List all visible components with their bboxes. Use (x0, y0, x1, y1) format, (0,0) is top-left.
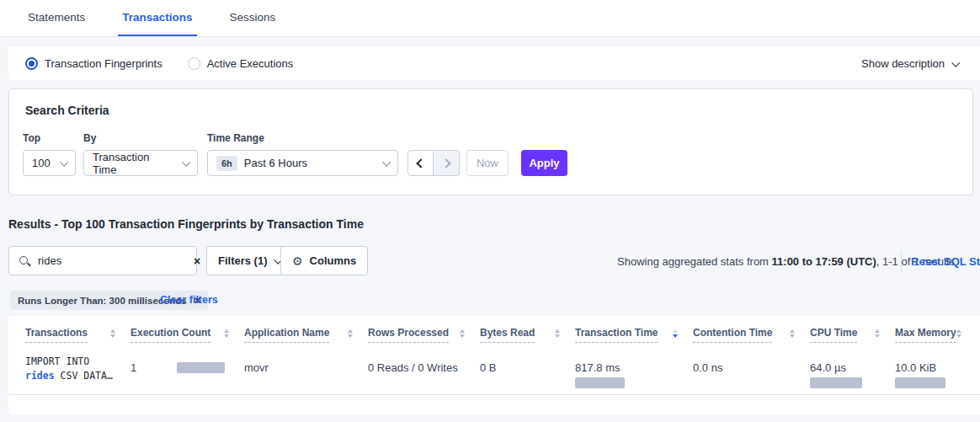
now-button[interactable]: Now (466, 150, 509, 176)
column-header-bytes-read[interactable]: Bytes Read (480, 327, 575, 343)
cell-contention-time: 0.0 ns (693, 345, 810, 394)
reset-sql-stats-link[interactable]: Reset SQL Stats (911, 255, 980, 268)
tab-sessions[interactable]: Sessions (226, 0, 280, 36)
column-header-rows-processed[interactable]: Rows Processed (368, 327, 480, 343)
chevron-down-icon (182, 158, 190, 167)
results-heading: Results - Top 100 Transaction Fingerprin… (8, 217, 364, 231)
by-label: By (83, 132, 198, 144)
query-line-1: IMPORT INTO (25, 355, 130, 369)
clear-filters-link[interactable]: Clear filters (160, 294, 218, 306)
chevron-left-icon (416, 158, 425, 168)
sort-icon[interactable] (460, 327, 465, 338)
aggregated-stats-text: Showing aggregated stats from 11:00 to 1… (617, 255, 892, 268)
query-rest: CSV DATA… (55, 370, 113, 382)
sort-icon[interactable] (348, 327, 353, 338)
by-select-value: Transaction Time (93, 151, 176, 176)
next-time-range-button[interactable] (434, 150, 460, 176)
table-header-row: Transactions Execution Count Application… (8, 316, 980, 343)
column-header-application-name[interactable]: Application Name (244, 327, 368, 343)
column-header-transaction-time[interactable]: Transaction Time (575, 327, 693, 343)
column-header-max-memory[interactable]: Max Memory (895, 327, 977, 343)
time-range-badge: 6h (216, 156, 237, 171)
radio-label: Active Executions (207, 57, 294, 70)
cpu-time-value: 64.0 µs (810, 361, 895, 374)
results-search-input[interactable] (38, 254, 186, 267)
transaction-time-bar (575, 377, 625, 388)
top-select[interactable]: 100 (23, 150, 76, 176)
filters-button[interactable]: Filters (1) (206, 246, 292, 275)
cell-execution-count: 1 (130, 345, 244, 394)
execution-count-bar (177, 362, 225, 373)
chevron-down-icon (60, 158, 68, 167)
cell-transaction-fingerprint: IMPORT INTO rides CSV DATA… (25, 345, 130, 394)
previous-time-range-button[interactable] (407, 150, 434, 176)
search-criteria-title: Search Criteria (25, 104, 109, 117)
page-tabs: Statements Transactions Sessions (0, 0, 980, 37)
stats-time-range: 11:00 to 17:59 (UTC) (772, 255, 876, 268)
chevron-down-icon (382, 158, 391, 167)
radio-label: Transaction Fingerprints (45, 57, 162, 70)
top-label: Top (23, 132, 76, 144)
top-select-value: 100 (32, 157, 51, 169)
transaction-time-value: 817.8 ms (575, 361, 693, 374)
time-range-pager (407, 150, 460, 176)
cpu-time-bar (810, 377, 862, 388)
sort-icon[interactable] (956, 327, 961, 338)
sort-icon-active-desc[interactable] (673, 327, 678, 338)
show-description-toggle[interactable]: Show description (861, 57, 958, 70)
sort-icon[interactable] (555, 327, 560, 338)
tab-transactions[interactable]: Transactions (118, 0, 196, 36)
cell-transaction-time: 817.8 ms (575, 345, 693, 394)
time-range-select[interactable]: 6h Past 6 Hours (207, 150, 398, 176)
top-field: Top 100 (23, 132, 76, 176)
chevron-right-icon (441, 158, 450, 168)
columns-button[interactable]: ⚙ Columns (280, 246, 368, 275)
columns-button-label: Columns (310, 254, 357, 267)
cell-max-memory: 10.0 KiB (895, 345, 972, 394)
stats-prefix: Showing aggregated stats from (617, 255, 772, 268)
execution-count-value: 1 (130, 361, 136, 374)
vertical-divider (901, 250, 902, 272)
transaction-fingerprint-link[interactable]: rides (25, 370, 55, 382)
column-header-transactions[interactable]: Transactions (25, 327, 130, 343)
sort-icon[interactable] (110, 327, 115, 338)
radio-transaction-fingerprints[interactable]: Transaction Fingerprints (25, 57, 162, 70)
time-range-field: Time Range 6h Past 6 Hours (207, 132, 398, 176)
cell-rows-processed: 0 Reads / 0 Writes (368, 345, 480, 394)
time-range-value: Past 6 Hours (244, 157, 307, 169)
table-row: IMPORT INTO rides CSV DATA… 1 movr 0 Rea… (8, 345, 980, 395)
sort-icon[interactable] (224, 327, 229, 338)
filters-button-label: Filters (1) (218, 254, 268, 267)
by-field: By Transaction Time (83, 132, 198, 176)
cell-bytes-read: 0 B (480, 345, 575, 394)
view-toggle-group: Transaction Fingerprints Active Executio… (25, 57, 293, 70)
radio-selected-icon (25, 57, 38, 70)
max-memory-value: 10.0 KiB (895, 361, 972, 374)
tab-statements[interactable]: Statements (24, 0, 89, 36)
apply-button[interactable]: Apply (521, 150, 567, 176)
search-icon (19, 255, 30, 267)
sort-icon[interactable] (875, 327, 880, 338)
show-description-label: Show description (861, 57, 945, 70)
results-search-box: × (8, 246, 197, 275)
radio-unselected-icon (188, 57, 200, 70)
max-memory-bar (895, 377, 945, 388)
column-header-contention-time[interactable]: Contention Time (693, 327, 810, 343)
column-header-execution-count[interactable]: Execution Count (130, 327, 244, 343)
cell-cpu-time: 64.0 µs (810, 345, 895, 394)
gear-icon: ⚙ (292, 255, 303, 267)
chevron-down-icon (951, 58, 960, 67)
query-line-2: rides CSV DATA… (25, 369, 130, 383)
time-range-label: Time Range (207, 132, 398, 144)
results-table: Transactions Execution Count Application… (8, 316, 980, 415)
search-criteria-panel: Search Criteria Top 100 By Transaction T… (8, 88, 973, 195)
column-header-cpu-time[interactable]: CPU Time (810, 327, 895, 343)
view-toggle-bar: Transaction Fingerprints Active Executio… (8, 46, 980, 80)
by-select[interactable]: Transaction Time (83, 150, 198, 176)
radio-active-executions[interactable]: Active Executions (188, 57, 294, 70)
sort-icon[interactable] (790, 327, 795, 338)
clear-search-icon[interactable]: × (194, 255, 200, 267)
cell-application-name: movr (244, 345, 368, 394)
